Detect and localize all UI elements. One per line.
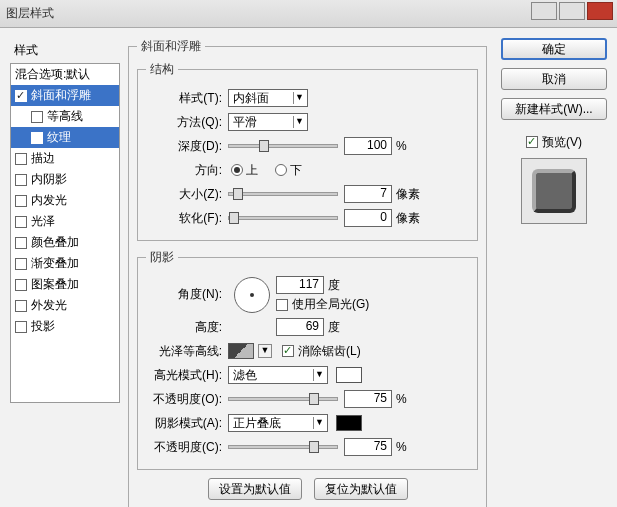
maximize-button[interactable] <box>559 2 585 20</box>
style-item-stroke[interactable]: 描边 <box>11 148 119 169</box>
global-light-label: 使用全局光(G) <box>292 296 369 313</box>
bevel-group: 斜面和浮雕 结构 样式(T): 内斜面▼ 方法(Q): 平滑▼ 深度(D): 1… <box>128 38 487 507</box>
preview-label: 预览(V) <box>542 134 582 151</box>
client-area: 样式 混合选项:默认 斜面和浮雕 等高线 纹理 描边 内阴影 内发光 光泽 颜色… <box>0 28 617 507</box>
shading-title: 阴影 <box>146 249 178 266</box>
checkbox-icon[interactable] <box>31 132 43 144</box>
close-button[interactable] <box>587 2 613 20</box>
depth-label: 深度(D): <box>146 138 228 155</box>
structure-group: 结构 样式(T): 内斜面▼ 方法(Q): 平滑▼ 深度(D): 100 % 方… <box>137 61 478 241</box>
style-item-drop-shadow[interactable]: 投影 <box>11 316 119 337</box>
altitude-input[interactable]: 69 <box>276 318 324 336</box>
chevron-down-icon: ▼ <box>313 369 325 381</box>
preview-swatch <box>521 158 587 224</box>
shadow-opacity-slider[interactable] <box>228 445 338 449</box>
global-light-checkbox[interactable] <box>276 299 288 311</box>
shadow-opacity-input[interactable]: 75 <box>344 438 392 456</box>
chevron-down-icon[interactable]: ▼ <box>258 344 272 358</box>
direction-up-radio[interactable] <box>231 164 243 176</box>
depth-unit: % <box>396 139 407 153</box>
settings-panel: 斜面和浮雕 结构 样式(T): 内斜面▼ 方法(Q): 平滑▼ 深度(D): 1… <box>120 38 495 497</box>
size-slider[interactable] <box>228 192 338 196</box>
style-combo[interactable]: 内斜面▼ <box>228 89 308 107</box>
angle-dial[interactable] <box>234 277 270 313</box>
checkbox-icon[interactable] <box>15 279 27 291</box>
title-bar: 图层样式 <box>0 0 617 28</box>
highlight-color-swatch[interactable] <box>336 367 362 383</box>
right-panel: 确定 取消 新建样式(W)... 预览(V) <box>495 38 607 497</box>
checkbox-icon[interactable] <box>15 258 27 270</box>
new-style-button[interactable]: 新建样式(W)... <box>501 98 607 120</box>
style-item-pattern-overlay[interactable]: 图案叠加 <box>11 274 119 295</box>
gloss-contour-swatch[interactable] <box>228 343 254 359</box>
style-item-inner-shadow[interactable]: 内阴影 <box>11 169 119 190</box>
chevron-down-icon: ▼ <box>313 417 325 429</box>
angle-input[interactable]: 117 <box>276 276 324 294</box>
checkbox-icon[interactable] <box>15 300 27 312</box>
size-unit: 像素 <box>396 186 420 203</box>
altitude-label: 高度: <box>146 319 228 336</box>
shadow-mode-combo[interactable]: 正片叠底▼ <box>228 414 328 432</box>
soften-label: 软化(F): <box>146 210 228 227</box>
style-item-satin[interactable]: 光泽 <box>11 211 119 232</box>
style-item-color-overlay[interactable]: 颜色叠加 <box>11 232 119 253</box>
styles-listbox: 混合选项:默认 斜面和浮雕 等高线 纹理 描边 内阴影 内发光 光泽 颜色叠加 … <box>10 63 120 403</box>
size-input[interactable]: 7 <box>344 185 392 203</box>
checkbox-icon[interactable] <box>15 321 27 333</box>
soften-unit: 像素 <box>396 210 420 227</box>
window-buttons <box>529 2 613 20</box>
antialias-checkbox[interactable] <box>282 345 294 357</box>
reset-default-button[interactable]: 复位为默认值 <box>314 478 408 500</box>
checkbox-icon[interactable] <box>15 90 27 102</box>
style-item-outer-glow[interactable]: 外发光 <box>11 295 119 316</box>
shading-group: 阴影 角度(N): 117 度 使用全局光(G) <box>137 249 478 470</box>
method-combo[interactable]: 平滑▼ <box>228 113 308 131</box>
direction-label: 方向: <box>146 162 228 179</box>
style-label: 样式(T): <box>146 90 228 107</box>
checkbox-icon[interactable] <box>15 153 27 165</box>
preview-checkbox[interactable] <box>526 136 538 148</box>
depth-slider[interactable] <box>228 144 338 148</box>
gloss-label: 光泽等高线: <box>146 343 228 360</box>
down-label: 下 <box>290 162 302 179</box>
highlight-opacity-input[interactable]: 75 <box>344 390 392 408</box>
highlight-opacity-label: 不透明度(O): <box>146 391 228 408</box>
window-title: 图层样式 <box>6 5 54 22</box>
highlight-mode-label: 高光模式(H): <box>146 367 228 384</box>
highlight-opacity-slider[interactable] <box>228 397 338 401</box>
cancel-button[interactable]: 取消 <box>501 68 607 90</box>
structure-title: 结构 <box>146 61 178 78</box>
angle-deg: 度 <box>328 277 340 294</box>
shadow-opacity-label: 不透明度(C): <box>146 439 228 456</box>
ok-button[interactable]: 确定 <box>501 38 607 60</box>
style-item-gradient-overlay[interactable]: 渐变叠加 <box>11 253 119 274</box>
checkbox-icon[interactable] <box>15 195 27 207</box>
style-item-blending[interactable]: 混合选项:默认 <box>11 64 119 85</box>
styles-header: 样式 <box>10 38 120 63</box>
up-label: 上 <box>246 162 258 179</box>
style-item-contour[interactable]: 等高线 <box>11 106 119 127</box>
minimize-button[interactable] <box>531 2 557 20</box>
soften-slider[interactable] <box>228 216 338 220</box>
highlight-mode-combo[interactable]: 滤色▼ <box>228 366 328 384</box>
checkbox-icon[interactable] <box>15 216 27 228</box>
antialias-label: 消除锯齿(L) <box>298 343 361 360</box>
make-default-button[interactable]: 设置为默认值 <box>208 478 302 500</box>
checkbox-icon[interactable] <box>15 237 27 249</box>
size-label: 大小(Z): <box>146 186 228 203</box>
altitude-deg: 度 <box>328 319 340 336</box>
style-item-inner-glow[interactable]: 内发光 <box>11 190 119 211</box>
bevel-group-title: 斜面和浮雕 <box>137 38 205 55</box>
soften-input[interactable]: 0 <box>344 209 392 227</box>
direction-down-radio[interactable] <box>275 164 287 176</box>
depth-input[interactable]: 100 <box>344 137 392 155</box>
chevron-down-icon: ▼ <box>293 92 305 104</box>
checkbox-icon[interactable] <box>31 111 43 123</box>
chevron-down-icon: ▼ <box>293 116 305 128</box>
checkbox-icon[interactable] <box>15 174 27 186</box>
shadow-color-swatch[interactable] <box>336 415 362 431</box>
style-item-bevel[interactable]: 斜面和浮雕 <box>11 85 119 106</box>
shadow-mode-label: 阴影模式(A): <box>146 415 228 432</box>
style-item-texture[interactable]: 纹理 <box>11 127 119 148</box>
method-label: 方法(Q): <box>146 114 228 131</box>
